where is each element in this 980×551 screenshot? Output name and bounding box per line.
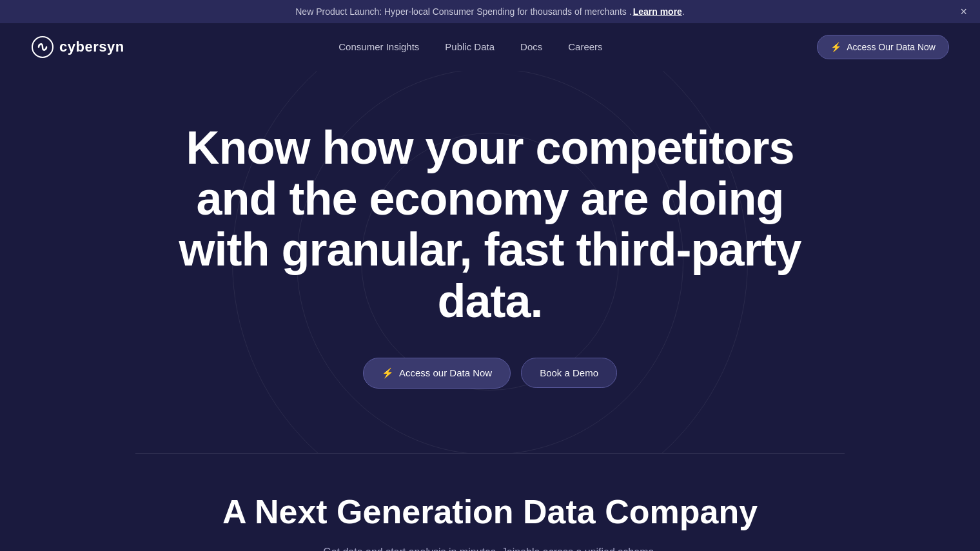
- logo-text: cybersyn: [59, 39, 124, 55]
- nav-cta-label: Access Our Data Now: [847, 42, 936, 52]
- hero-section: Know how your competitors and the econom…: [0, 71, 980, 453]
- hero-btn-secondary-label: Book a Demo: [540, 367, 598, 378]
- nav-link-careers[interactable]: Careers: [568, 41, 602, 52]
- logo[interactable]: cybersyn: [31, 35, 124, 59]
- nav-item-careers[interactable]: Careers: [568, 41, 602, 53]
- main-nav: cybersyn Consumer Insights Public Data D…: [0, 23, 980, 71]
- nav-cta-button[interactable]: ⚡ Access Our Data Now: [817, 35, 949, 59]
- next-gen-section: A Next Generation Data Company Get data …: [0, 454, 980, 551]
- nav-link-docs[interactable]: Docs: [520, 41, 542, 52]
- hero-buttons: ⚡ Access our Data Now Book a Demo: [363, 358, 617, 389]
- banner-text: New Product Launch: Hyper-local Consumer…: [295, 6, 631, 17]
- announcement-banner: New Product Launch: Hyper-local Consumer…: [0, 0, 980, 23]
- nav-link-consumer-insights[interactable]: Consumer Insights: [338, 41, 419, 52]
- banner-period: .: [682, 6, 685, 17]
- banner-link[interactable]: Learn more: [633, 6, 682, 17]
- close-banner-button[interactable]: ×: [960, 6, 967, 17]
- nav-item-consumer-insights[interactable]: Consumer Insights: [338, 41, 419, 53]
- nav-item-docs[interactable]: Docs: [520, 41, 542, 53]
- hero-book-demo-button[interactable]: Book a Demo: [521, 358, 617, 388]
- next-section-title: A Next Generation Data Company: [31, 492, 949, 531]
- nav-item-public-data[interactable]: Public Data: [445, 41, 495, 53]
- nav-cta-lightning-icon: ⚡: [830, 42, 841, 52]
- hero-btn-lightning-icon: ⚡: [382, 367, 394, 379]
- cybersyn-logo-icon: [31, 35, 54, 59]
- hero-title: Know how your competitors and the econom…: [168, 122, 812, 327]
- nav-links: Consumer Insights Public Data Docs Caree…: [338, 41, 602, 53]
- next-section-description: Get data and start analysis in minutes. …: [297, 544, 683, 551]
- nav-link-public-data[interactable]: Public Data: [445, 41, 495, 52]
- hero-access-data-button[interactable]: ⚡ Access our Data Now: [363, 358, 511, 389]
- hero-btn-primary-label: Access our Data Now: [399, 367, 492, 378]
